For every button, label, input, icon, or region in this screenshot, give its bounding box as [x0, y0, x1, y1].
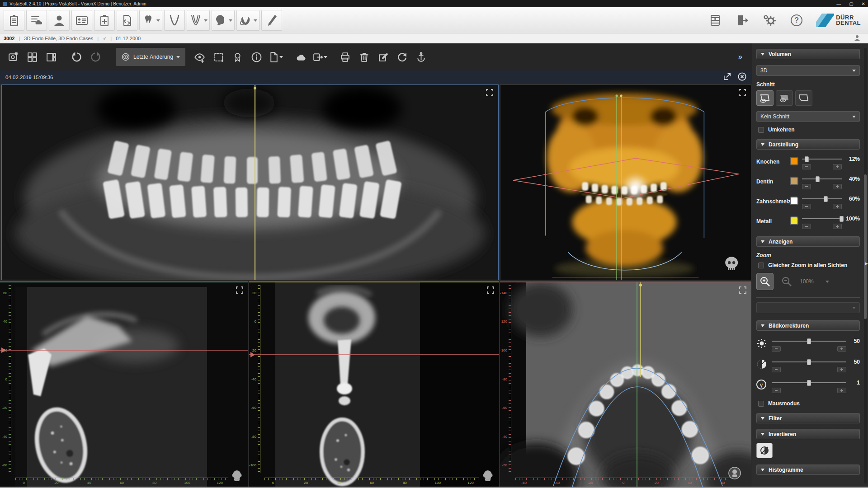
section-darstellung[interactable]: Darstellung: [756, 139, 860, 150]
split-layout-button[interactable]: [42, 47, 61, 66]
cross-section-panel[interactable]: 200-20-40-60-80-100 020406080100120: [249, 282, 499, 488]
mausmodus-checkbox[interactable]: [758, 401, 764, 407]
favorite-tag-button[interactable]: [228, 47, 247, 66]
jaw-3d-button[interactable]: [236, 10, 259, 31]
slice-select-dropdown[interactable]: Kein Schnitt: [756, 111, 860, 122]
same-zoom-checkbox[interactable]: [758, 263, 764, 268]
help-button[interactable]: ?: [786, 10, 807, 31]
show-annotations-button[interactable]: [190, 47, 209, 66]
print-button[interactable]: [335, 47, 354, 66]
expand-panel-button[interactable]: [739, 286, 747, 294]
pin-button[interactable]: [411, 47, 430, 66]
slice-mode-clip-button[interactable]: [795, 90, 812, 106]
open-external-button[interactable]: [723, 72, 731, 83]
section-volumen[interactable]: Volumen: [756, 49, 860, 59]
report-button[interactable]: [266, 47, 285, 66]
arch-compare-button[interactable]: [187, 10, 210, 31]
axial-view-panel[interactable]: -140-120-100-80-60-40-20 -60-40-20020406…: [500, 282, 751, 488]
decrease-button[interactable]: [802, 224, 811, 229]
decrease-button[interactable]: [802, 164, 811, 169]
color-swatch[interactable]: [790, 157, 798, 165]
opacity-slider[interactable]: [802, 196, 842, 202]
orientation-head-icon[interactable]: [231, 470, 243, 483]
decrease-button[interactable]: [802, 204, 811, 209]
contrast-slider[interactable]: [772, 359, 846, 365]
slice-mode-free-button[interactable]: [756, 90, 774, 106]
section-invertieren[interactable]: Invertieren: [756, 429, 860, 439]
undo-button[interactable]: [67, 47, 86, 66]
panoramic-view-panel[interactable]: [1, 84, 499, 280]
brightness-slider[interactable]: [772, 338, 846, 344]
head-view-button[interactable]: [212, 10, 235, 31]
device-button[interactable]: [705, 10, 726, 31]
increase-button[interactable]: [833, 204, 842, 209]
panoramic-image[interactable]: [2, 85, 498, 280]
umkehren-checkbox[interactable]: [758, 127, 764, 133]
zoom-value-dropdown[interactable]: 100%: [800, 278, 829, 285]
sagittal-slice-image[interactable]: [0, 282, 248, 488]
worklist-button[interactable]: [26, 10, 47, 31]
logout-button[interactable]: [732, 10, 753, 31]
arch-button[interactable]: [164, 10, 185, 31]
minimize-button[interactable]: —: [836, 1, 841, 6]
expand-panel-button[interactable]: [738, 89, 746, 97]
color-swatch[interactable]: [790, 216, 798, 225]
delete-button[interactable]: [354, 47, 373, 66]
sidebar-scrollbar-thumb[interactable]: [864, 174, 867, 319]
patient-button[interactable]: [49, 10, 70, 31]
tooth-button[interactable]: [139, 10, 162, 31]
import-button[interactable]: [117, 10, 137, 31]
increase-button[interactable]: [837, 346, 846, 352]
cloud-button[interactable]: [291, 47, 310, 66]
invert-button[interactable]: [756, 443, 773, 458]
patient-card-button[interactable]: [71, 10, 92, 31]
close-button[interactable]: ✕: [862, 1, 865, 6]
info-button[interactable]: [247, 47, 266, 66]
rotate-button[interactable]: [392, 47, 411, 66]
edit-stamp-button[interactable]: [373, 47, 392, 66]
pen-button[interactable]: [261, 10, 282, 31]
decrease-button[interactable]: [802, 184, 811, 189]
zoom-out-button[interactable]: [778, 273, 795, 290]
maximize-button[interactable]: ▢: [849, 1, 853, 6]
mode-dropdown[interactable]: 3D: [756, 65, 860, 76]
color-swatch[interactable]: [790, 177, 798, 185]
case-name[interactable]: 3D Endo Fälle, 3D Endo Cases: [24, 36, 93, 41]
opacity-slider[interactable]: [802, 176, 842, 182]
opacity-slider[interactable]: [802, 156, 842, 162]
increase-button[interactable]: [833, 164, 842, 169]
more-tools-button[interactable]: »: [738, 53, 748, 61]
decrease-button[interactable]: [772, 346, 781, 352]
zoom-in-button[interactable]: [756, 273, 774, 290]
opacity-slider[interactable]: [802, 216, 842, 222]
volume-3d-panel[interactable]: [500, 84, 751, 280]
sagittal-view-panel[interactable]: 6040200-20-40-60 020406080100120: [0, 282, 248, 488]
section-anzeigen[interactable]: Anzeigen: [756, 236, 860, 247]
journal-button[interactable]: [4, 10, 24, 31]
export-button[interactable]: [310, 47, 329, 66]
section-histogramme[interactable]: Histogramme: [756, 465, 860, 475]
increase-button[interactable]: [837, 388, 846, 393]
overview-button[interactable]: [4, 47, 23, 66]
decrease-button[interactable]: [772, 388, 781, 393]
slice-mode-plane-button[interactable]: [776, 90, 793, 106]
axial-slice-image[interactable]: [500, 282, 751, 488]
expand-panel-button[interactable]: [486, 89, 494, 97]
grid-layout-button[interactable]: [23, 47, 42, 66]
close-study-button[interactable]: [738, 72, 746, 83]
expand-panel-button[interactable]: [486, 286, 495, 294]
orientation-head-icon[interactable]: [482, 470, 494, 483]
color-swatch[interactable]: [790, 197, 798, 205]
select-region-button[interactable]: [209, 47, 228, 66]
section-bildkorrekturen[interactable]: Bildkorrekturen: [756, 320, 860, 331]
decrease-button[interactable]: [772, 367, 781, 372]
cross-section-image[interactable]: [249, 282, 499, 488]
expand-panel-button[interactable]: [236, 286, 244, 294]
increase-button[interactable]: [833, 224, 842, 229]
patient-photo-icon[interactable]: [854, 34, 861, 42]
history-dropdown[interactable]: Letzte Änderung: [116, 48, 185, 66]
section-filter[interactable]: Filter: [756, 413, 860, 423]
sidebar-collapse-button[interactable]: ▶: [865, 261, 868, 266]
volume-3d-render[interactable]: [500, 85, 751, 280]
settings-button[interactable]: [759, 10, 780, 31]
